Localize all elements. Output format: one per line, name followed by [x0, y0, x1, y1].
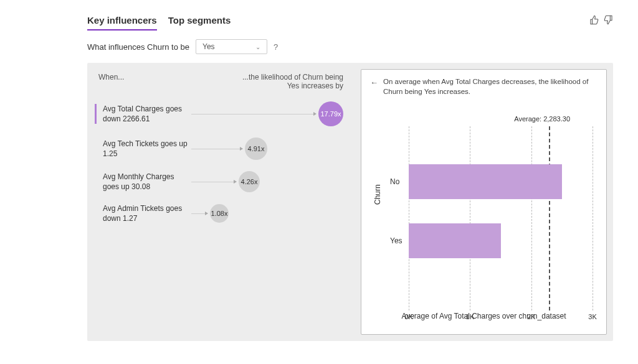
gridline	[470, 126, 470, 310]
insight-text: On average when Avg Total Charges decrea…	[383, 77, 598, 96]
x-tick-label: 2K	[527, 313, 535, 320]
influencer-bubble[interactable]: 17.79x	[318, 101, 343, 126]
chart-bar[interactable]	[409, 223, 501, 258]
influencer-connector	[191, 182, 236, 182]
target-value-dropdown[interactable]: Yes ⌄	[196, 39, 267, 54]
tab-top-segments[interactable]: Top segments	[168, 15, 231, 30]
y-category-label: Yes	[390, 236, 402, 245]
influencer-label: Avg Tech Tickets goes up 1.25	[95, 139, 191, 159]
influencer-connector	[191, 213, 207, 214]
main-panel: When... ...the likelihood of Churn being…	[87, 63, 613, 341]
plot-area: 0K1K2K3KNoYes	[409, 126, 593, 310]
influencers-list: Avg Total Charges goes down 2266.6117.79…	[95, 101, 343, 223]
influencer-connector	[191, 114, 316, 114]
influencer-bubble[interactable]: 4.91x	[245, 138, 267, 160]
influencers-panel: When... ...the likelihood of Churn being…	[87, 63, 358, 341]
x-tick-label: 0K	[404, 313, 412, 320]
influencer-bubble[interactable]: 1.08x	[210, 204, 229, 223]
x-tick-label: 1K	[466, 313, 474, 320]
detail-panel: ← On average when Avg Total Charges decr…	[361, 69, 607, 335]
y-category-label: No	[390, 177, 399, 186]
tab-key-influencers[interactable]: Key influencers	[87, 15, 157, 30]
thumbs-down-icon[interactable]	[603, 15, 613, 25]
visual-root: Key influencers Top segments What influe…	[0, 0, 638, 341]
chevron-down-icon: ⌄	[255, 44, 260, 50]
influencer-label: Avg Admin Tickets goes down 1.27	[95, 203, 191, 223]
help-icon[interactable]: ?	[274, 42, 278, 52]
feedback-buttons	[589, 15, 613, 25]
col-header-increase: ...the likelihood of Churn being Yes inc…	[237, 73, 343, 90]
influencer-label: Avg Monthly Charges goes up 30.08	[95, 172, 191, 192]
column-headers: When... ...the likelihood of Churn being…	[95, 73, 343, 90]
chart-zone: Average: 2,283.30 Churn 0K1K2K3KNoYes	[388, 118, 598, 310]
insight-row: ← On average when Avg Total Charges decr…	[370, 77, 598, 96]
dropdown-selected: Yes	[202, 42, 215, 51]
influencer-bubble[interactable]: 4.26x	[239, 171, 260, 192]
influencer-row[interactable]: Avg Admin Tickets goes down 1.271.08x	[95, 203, 343, 223]
average-reference-line	[549, 126, 550, 310]
y-axis-title: Churn	[373, 184, 382, 205]
influencer-connector	[191, 149, 242, 149]
back-arrow-icon[interactable]: ←	[370, 78, 378, 87]
question-row: What influences Churn to be Yes ⌄ ?	[87, 39, 613, 54]
gridline	[593, 126, 593, 310]
gridline	[409, 126, 409, 310]
question-prefix: What influences Churn to be	[87, 42, 189, 52]
influencer-label: Avg Total Charges goes down 2266.61	[95, 104, 191, 124]
chart-bar[interactable]	[409, 164, 562, 199]
gridline	[531, 126, 532, 310]
average-label: Average: 2,283.30	[514, 115, 570, 123]
col-header-when: When...	[95, 73, 124, 90]
influencer-row[interactable]: Avg Tech Tickets goes up 1.254.91x	[95, 138, 343, 160]
tabs: Key influencers Top segments	[87, 15, 231, 30]
header-row: Key influencers Top segments	[87, 15, 613, 30]
influencer-row[interactable]: Avg Monthly Charges goes up 30.084.26x	[95, 171, 343, 192]
thumbs-up-icon[interactable]	[589, 15, 599, 25]
influencer-row[interactable]: Avg Total Charges goes down 2266.6117.79…	[95, 101, 343, 126]
x-tick-label: 3K	[588, 313, 596, 320]
